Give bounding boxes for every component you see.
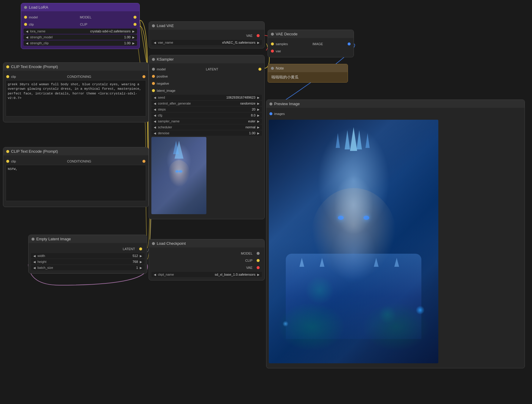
ksampler-control-label: control_after_generate <box>158 102 239 105</box>
load-vae-name-next[interactable]: ▶ <box>257 41 260 44</box>
load-vae-name-prev[interactable]: ◀ <box>153 41 157 44</box>
load-lora-clip-row: clip CLIP <box>21 21 139 28</box>
preview-image-images-port[interactable] <box>269 112 272 115</box>
vae-decode-image-out-label: IMAGE <box>313 42 323 46</box>
load-lora-clip-out-port[interactable] <box>134 23 136 26</box>
ksampler-denoise-prev[interactable]: ◀ <box>153 132 157 135</box>
ksampler-latent-image-label: latent_image <box>157 89 175 92</box>
vae-decode-vae-port[interactable] <box>271 50 274 53</box>
vae-decode-vae-row: vae <box>268 48 354 55</box>
vae-decode-body: samples IMAGE vae <box>268 38 354 57</box>
load-lora-strength-model-next[interactable]: ▶ <box>132 36 135 39</box>
load-lora-strength-clip-next[interactable]: ▶ <box>132 42 135 45</box>
ksampler-latent-out-port[interactable] <box>258 68 261 71</box>
load-checkpoint-ckpt-prev[interactable]: ◀ <box>153 273 157 276</box>
clip-encode-1-textarea[interactable] <box>6 80 146 116</box>
ksampler-steps-prev[interactable]: ◀ <box>153 108 157 111</box>
ksampler-scheduler-label: scheduler <box>158 125 244 129</box>
load-lora-model-in-port[interactable] <box>24 16 27 19</box>
clip-encode-1-status-dot <box>6 65 9 68</box>
ksampler-scheduler-prev[interactable]: ◀ <box>153 126 157 129</box>
ksampler-sampler-prev[interactable]: ◀ <box>153 120 157 123</box>
vae-decode-vae-label: vae <box>276 49 281 53</box>
load-lora-clip-in-port[interactable] <box>24 23 27 26</box>
ksampler-seed-prev[interactable]: ◀ <box>153 96 157 99</box>
load-vae-name-row: ◀ vae_name xlVAEC_f1.safetensors ▶ <box>151 40 262 45</box>
load-lora-lora-name-prev[interactable]: ◀ <box>25 30 29 33</box>
load-checkpoint-title: Load Checkpoint <box>157 241 186 246</box>
load-checkpoint-model-port[interactable] <box>257 252 260 255</box>
load-checkpoint-clip-row: CLIP <box>149 257 264 264</box>
empty-latent-status-dot <box>32 238 34 241</box>
clip-encode-1-body: clip CONDITIONING <box>3 71 148 122</box>
empty-latent-latent-out-port[interactable] <box>139 247 142 250</box>
ksampler-cfg-row: ◀ cfg 8.0 ▶ <box>151 113 262 118</box>
ksampler-cfg-prev[interactable]: ◀ <box>153 114 157 117</box>
load-lora-lora-name-next[interactable]: ▶ <box>132 30 135 33</box>
clip-encode-1-conditioning-out-port[interactable] <box>142 75 145 78</box>
note-node: Note 啦啦啦的小黄瓜 <box>268 64 348 83</box>
vae-decode-header: VAE Decode <box>268 30 354 38</box>
empty-latent-height-prev[interactable]: ◀ <box>33 260 36 263</box>
ksampler-control-next[interactable]: ▶ <box>257 102 260 105</box>
preview-image-content <box>266 117 525 366</box>
ksampler-latent-image-port[interactable] <box>152 89 155 92</box>
load-lora-strength-model-prev[interactable]: ◀ <box>25 36 29 39</box>
vae-decode-image-port[interactable] <box>348 42 351 45</box>
load-checkpoint-ckpt-row: ◀ ckpt_name sd_xl_base_1.0.safetensors ▶ <box>151 272 262 277</box>
load-lora-strength-clip-prev[interactable]: ◀ <box>25 42 29 45</box>
load-lora-title: Load LoRA <box>29 5 48 10</box>
load-lora-lora-name-value: crystalz-sdxl-v2.safetensors <box>90 29 131 33</box>
load-vae-out-port[interactable] <box>257 34 260 37</box>
load-checkpoint-clip-port[interactable] <box>257 259 260 262</box>
clip-encode-2-clip-in-port[interactable] <box>6 160 9 163</box>
ksampler-scheduler-next[interactable]: ▶ <box>257 126 260 129</box>
load-vae-name-value: xlVAEC_f1.safetensors <box>222 41 255 44</box>
ksampler-negative-port[interactable] <box>152 82 155 85</box>
face-render <box>311 188 396 281</box>
vae-decode-samples-row: samples IMAGE <box>268 40 354 48</box>
empty-latent-width-row: ◀ width 512 ▶ <box>31 253 145 258</box>
empty-latent-batch-row: ◀ batch_size 1 ▶ <box>31 265 145 270</box>
clip-encode-2-status-dot <box>6 150 9 153</box>
ksampler-control-prev[interactable]: ◀ <box>153 102 157 105</box>
empty-latent-width-next[interactable]: ▶ <box>139 254 143 258</box>
eyes-area <box>175 171 182 173</box>
ksampler-steps-value: 20 <box>252 108 255 111</box>
empty-latent-latent-label: LATENT <box>123 247 135 251</box>
clip-encode-2-textarea[interactable] <box>6 165 146 201</box>
load-lora-model-out-port[interactable] <box>134 16 136 19</box>
ksampler-sampler-next[interactable]: ▶ <box>257 120 260 123</box>
ksampler-seed-row: ◀ seed 1062939167489623 ▶ <box>151 95 262 100</box>
load-lora-strength-clip-row: ◀ strength_clip 1.00 ▶ <box>23 40 137 46</box>
vae-decode-samples-port[interactable] <box>271 42 274 45</box>
ksampler-status-dot <box>152 58 155 61</box>
ksampler-model-in-port[interactable] <box>152 68 155 71</box>
empty-latent-height-value: 768 <box>133 260 138 263</box>
load-lora-status-dot <box>24 6 27 9</box>
empty-latent-batch-prev[interactable]: ◀ <box>33 266 36 269</box>
empty-latent-width-label: width <box>37 254 131 258</box>
load-lora-strength-model-value: 1.00 <box>124 35 131 39</box>
vae-decode-node: VAE Decode samples IMAGE vae <box>268 30 354 57</box>
empty-latent-batch-next[interactable]: ▶ <box>139 266 143 269</box>
load-checkpoint-ckpt-next[interactable]: ▶ <box>257 273 260 276</box>
ksampler-steps-next[interactable]: ▶ <box>257 108 260 111</box>
dress-area <box>286 254 421 339</box>
ksampler-cfg-next[interactable]: ▶ <box>257 114 260 117</box>
empty-latent-width-prev[interactable]: ◀ <box>33 254 36 258</box>
ksampler-denoise-row: ◀ denoise 1.00 ▶ <box>151 130 262 136</box>
ksampler-seed-next[interactable]: ▶ <box>257 96 260 99</box>
empty-latent-height-next[interactable]: ▶ <box>139 260 143 263</box>
load-lora-lora-name-row: ◀ lora_name crystalz-sdxl-v2.safetensors… <box>23 29 137 34</box>
clip-encode-1-clip-in-port[interactable] <box>6 75 9 78</box>
clip-encode-1-clip-label: clip <box>11 75 16 78</box>
clip-encode-2-conditioning-out-port[interactable] <box>142 160 145 163</box>
ksampler-negative-label: negative <box>157 82 169 85</box>
empty-latent-height-row: ◀ height 768 ▶ <box>31 259 145 264</box>
clip-encode-2-header: CLIP Text Encode (Prompt) <box>3 147 148 155</box>
ksampler-positive-port[interactable] <box>152 75 155 78</box>
clip-encode-2-clip-row: clip CONDITIONING <box>3 158 148 165</box>
ksampler-denoise-next[interactable]: ▶ <box>257 132 260 135</box>
load-checkpoint-vae-port[interactable] <box>257 266 260 269</box>
